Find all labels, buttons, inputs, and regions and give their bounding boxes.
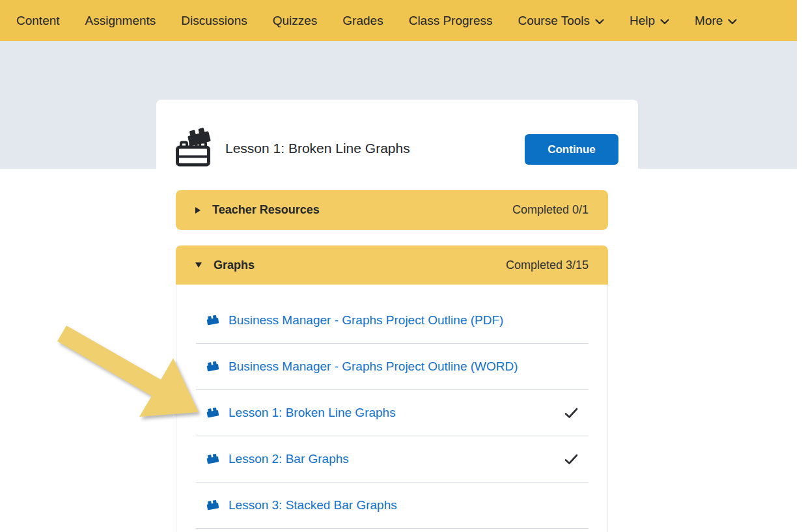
content-link[interactable]: Lesson 1: Broken Line Graphs <box>229 406 396 420</box>
list-item: Lesson 2: Bar Graphs <box>176 436 607 482</box>
content-link[interactable]: Business Manager - Graphs Project Outlin… <box>229 313 503 328</box>
continue-button[interactable]: Continue <box>525 134 618 165</box>
nav-label: Discussions <box>181 14 247 28</box>
section-title: Teacher Resources <box>212 203 320 217</box>
nav-label: Class Progress <box>409 14 493 28</box>
nav-label: Content <box>16 14 60 28</box>
nav-label: Help <box>630 14 655 28</box>
completed-check-icon <box>564 408 578 419</box>
graphs-section-panel: Business Manager - Graphs Project Outlin… <box>176 285 608 532</box>
nav-label: Course Tools <box>518 14 590 28</box>
content-brick-icon <box>206 499 219 513</box>
content-brick-icon <box>206 453 219 467</box>
completed-check-icon <box>564 454 578 465</box>
nav-item-help[interactable]: Help <box>630 14 669 28</box>
nav-label: Assignments <box>85 14 156 28</box>
section-header-graphs[interactable]: Graphs Completed 3/15 <box>176 245 608 285</box>
expanded-triangle-icon <box>195 262 202 268</box>
chevron-down-icon <box>660 19 669 25</box>
chevron-down-icon <box>595 19 604 25</box>
list-item: Business Manager - Graphs Project Outlin… <box>176 344 607 389</box>
list-item: Business Manager - Graphs Project Outlin… <box>176 298 607 343</box>
nav-item-more[interactable]: More <box>695 14 737 28</box>
nav-label: More <box>695 14 723 28</box>
nav-item-assignments[interactable]: Assignments <box>85 14 156 28</box>
continue-lesson-card: Lesson 1: Broken Line Graphs Continue <box>156 100 638 197</box>
lms-content-page: Content Assignments Discussions Quizzes … <box>0 0 804 532</box>
content-brick-icon <box>206 406 219 421</box>
content-link[interactable]: Lesson 3: Stacked Bar Graphs <box>229 498 397 512</box>
nav-item-discussions[interactable]: Discussions <box>181 14 247 28</box>
chevron-down-icon <box>728 19 737 25</box>
nav-label: Grades <box>342 14 383 28</box>
list-item: Lesson 3: Stacked Bar Graphs <box>176 483 607 528</box>
collapsed-triangle-icon <box>195 207 201 214</box>
row-divider <box>196 528 589 529</box>
content-brick-icon <box>206 314 219 328</box>
nav-item-class-progress[interactable]: Class Progress <box>409 14 493 28</box>
lesson-bricks-icon <box>174 127 212 171</box>
nav-label: Quizzes <box>273 14 318 28</box>
nav-item-content[interactable]: Content <box>16 14 60 28</box>
nav-item-quizzes[interactable]: Quizzes <box>273 14 318 28</box>
content-link[interactable]: Lesson 2: Bar Graphs <box>229 452 349 466</box>
hero-banner: Lesson 1: Broken Line Graphs Continue <box>0 41 797 169</box>
section-completed-count: Completed 0/1 <box>512 203 589 217</box>
list-item: Lesson 1: Broken Line Graphs <box>176 390 607 436</box>
course-navbar: Content Assignments Discussions Quizzes … <box>0 0 797 41</box>
lesson-title: Lesson 1: Broken Line Graphs <box>225 141 410 156</box>
content-brick-icon <box>206 360 219 374</box>
section-completed-count: Completed 3/15 <box>506 259 589 272</box>
content-link[interactable]: Business Manager - Graphs Project Outlin… <box>229 359 518 374</box>
nav-item-grades[interactable]: Grades <box>342 14 383 28</box>
section-title: Graphs <box>214 259 255 272</box>
section-header-teacher-resources[interactable]: Teacher Resources Completed 0/1 <box>176 190 608 230</box>
nav-item-course-tools[interactable]: Course Tools <box>518 14 604 28</box>
